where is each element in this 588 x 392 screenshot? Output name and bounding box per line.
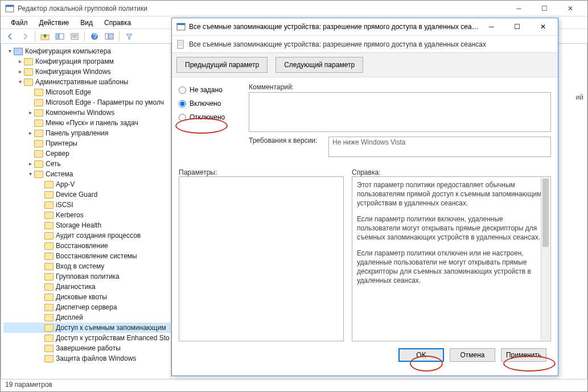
tree-item[interactable]: ▸Конфигурация программ [3,56,171,67]
svg-rect-4 [59,34,64,39]
show-hide-tree-icon[interactable] [54,30,66,43]
tree-item[interactable]: ▸Панель управления [3,128,171,138]
folder-icon [44,222,54,229]
close-button[interactable]: ✕ [557,3,583,14]
tree-item[interactable]: Дисковые квоты [3,292,171,302]
filter-icon[interactable] [123,30,135,43]
minimize-button[interactable]: ─ [506,3,532,14]
dialog-icon [176,22,186,31]
dialog-maximize-button[interactable]: ☐ [504,20,530,34]
console-tree[interactable]: ▾Конфигурация компьютера▸Конфигурация пр… [1,44,171,379]
svg-rect-8 [105,34,108,39]
tree-item[interactable]: Меню «Пуск» и панель задач [3,118,171,128]
tree-item[interactable]: Microsoft Edge [3,87,171,97]
folder-icon [44,232,54,240]
dialog-minimize-button[interactable]: ─ [479,20,504,34]
tree-item[interactable]: Storage Health [3,220,171,230]
comment-textarea[interactable] [249,92,551,132]
tree-item[interactable]: Доступ к устройствам Enhanced Sto [3,333,171,343]
folder-icon [34,89,43,96]
menu-file[interactable]: Файл [5,18,34,28]
folder-up-icon[interactable] [39,30,51,43]
tree-item-label: Восстановление системы [56,251,137,261]
tree-item[interactable]: Дисплей [3,312,171,323]
folder-icon [34,99,43,106]
tree-item[interactable]: Доступ к съемным запоминающим [3,323,171,333]
maximize-button[interactable]: ☐ [532,3,557,14]
tree-item[interactable]: ▸Конфигурация Windows [3,67,171,77]
tree-item[interactable]: Диагностика [3,282,171,292]
dialog-subtitle: Все съемные запоминающие устройства: раз… [189,40,486,48]
tree-item[interactable]: Kerberos [3,210,171,220]
radio-disabled[interactable]: Отключено [179,110,244,124]
status-bar: 19 параметров [1,379,587,391]
menu-help[interactable]: Справка [98,18,137,28]
help-icon[interactable]: ? [88,30,101,43]
app-icon [5,4,14,13]
parameters-box [179,176,344,341]
apply-button[interactable]: Применить [501,348,546,362]
help-paragraph: Если параметр политики включен, удаленны… [357,214,546,242]
tree-item[interactable]: ▾Система [3,169,171,179]
tree-item[interactable]: ▸Сеть [3,159,171,169]
help-paragraph: Этот параметр политики предоставляет обы… [357,180,546,208]
menu-action[interactable]: Действие [34,18,75,28]
folder-icon [44,263,54,270]
radio-not-configured[interactable]: Не задано [179,83,244,97]
folder-icon [44,324,54,332]
tree-item-label: Конфигурация Windows [35,67,111,77]
svg-rect-1 [6,5,14,7]
status-text: 19 параметров [5,381,52,389]
help-box: Этот параметр политики предоставляет обы… [352,176,551,341]
tree-item-label: Сеть [46,159,61,169]
tree-item[interactable]: iSCSI [3,200,171,210]
tree-item[interactable]: Аудит создания процессов [3,230,171,241]
tree-item[interactable]: Восстановление [3,241,171,251]
tree-item[interactable]: Принтеры [3,138,171,148]
comment-label: Комментарий: [249,83,551,91]
tree-item-label: Kerberos [56,210,84,220]
next-setting-button[interactable]: Следующий параметр [276,57,363,73]
policy-dialog: Все съемные запоминающие устройства: раз… [171,18,558,376]
tree-item[interactable]: Защита файлов Windows [3,353,171,364]
tree-item[interactable]: Диспетчер сервера [3,302,171,312]
tree-item[interactable]: ▾Конфигурация компьютера [3,46,171,56]
ok-button[interactable]: OK [398,348,444,362]
tree-item-label: Сервер [46,148,69,159]
dialog-close-button[interactable]: ✕ [530,20,556,34]
tree-item[interactable]: Device Guard [3,189,171,200]
tree-item-label: Storage Health [56,220,101,230]
radio-enabled[interactable]: Включено [179,97,244,110]
menu-view[interactable]: Вид [75,18,98,28]
tree-item[interactable]: Сервер [3,148,171,159]
clipped-text: ий [576,93,583,101]
tree-item-label: App-V [56,179,75,189]
tree-item[interactable]: App-V [3,179,171,189]
tree-item[interactable]: ▸Компоненты Windows [3,108,171,118]
state-radio-group: Не задано Включено Отключено [179,83,244,157]
help-scrollbar[interactable] [541,178,550,340]
forward-icon[interactable] [19,30,31,43]
prev-setting-button[interactable]: Предыдущий параметр [176,57,268,73]
tree-item[interactable]: Групповая политика [3,271,171,282]
tree-item-label: Система [46,169,73,179]
export-list-icon[interactable] [68,30,81,43]
tree-item-label: Аудит создания процессов [56,230,141,241]
back-icon[interactable] [4,30,17,43]
tree-item-label: Дисковые квоты [56,292,107,302]
folder-icon [44,335,54,342]
svg-rect-9 [109,34,113,39]
filter-options-icon[interactable] [103,30,116,43]
tree-item-label: Диагностика [56,282,96,292]
folder-icon [44,201,54,209]
tree-item-label: Панель управления [46,128,108,138]
folder-icon [34,160,43,168]
cancel-button[interactable]: Отмена [450,348,495,362]
tree-item[interactable]: Вход в систему [3,261,171,271]
tree-item[interactable]: ▾Административные шаблоны [3,77,171,87]
tree-item-label: Доступ к устройствам Enhanced Sto [56,333,170,343]
tree-item[interactable]: Восстановление системы [3,251,171,261]
tree-item[interactable]: Microsoft Edge - Параметры по умолч [3,97,171,108]
folder-icon [44,191,54,199]
tree-item[interactable]: Завершение работы [3,343,171,353]
